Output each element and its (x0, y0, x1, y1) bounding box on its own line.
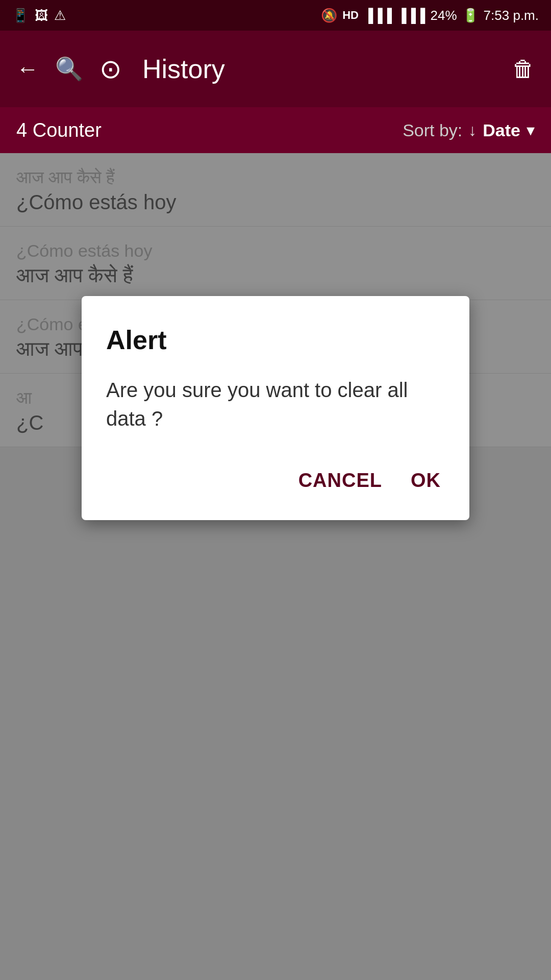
battery-icon: 🔋 (462, 8, 479, 23)
sort-by-control[interactable]: Sort by: ↓ Date ▾ (403, 120, 535, 140)
back-button[interactable]: ← (16, 56, 39, 82)
alert-dialog: Alert Are you sure you want to clear all… (82, 296, 469, 520)
counter-label: 4 Counter (16, 119, 403, 141)
sort-arrow-icon: ↓ (468, 121, 477, 140)
time-display: 7:53 p.m. (484, 8, 539, 23)
sort-dropdown-icon[interactable]: ▾ (527, 120, 535, 140)
dialog-title: Alert (106, 325, 445, 355)
warning-icon: ⚠ (54, 8, 66, 23)
cancel-button[interactable]: CANCEL (294, 461, 386, 500)
page-title: History (142, 54, 496, 84)
dialog-overlay: Alert Are you sure you want to clear all… (0, 153, 551, 447)
list-area: आज आप कैसे हैं ¿Cómo estás hoy ¿Cómo est… (0, 153, 551, 447)
status-bar: 📱 🖼 ⚠ 🔕 HD ▐▐▐ ▐▐▐ 24% 🔋 7:53 p.m. (0, 0, 551, 31)
clock-icon: ⊙ (99, 54, 122, 84)
status-left-icons: 📱 🖼 ⚠ (12, 8, 66, 23)
search-button[interactable]: 🔍 (55, 56, 83, 82)
trash-button[interactable]: 🗑 (512, 56, 535, 82)
whatsapp-icon: 📱 (12, 8, 29, 23)
image-icon: 🖼 (35, 8, 48, 23)
sort-by-label: Sort by: (403, 120, 462, 140)
ok-button[interactable]: OK (407, 461, 445, 500)
mute-icon: 🔕 (321, 8, 337, 23)
app-bar: ← 🔍 ⊙ History 🗑 (0, 31, 551, 107)
signal-icon-2: ▐▐▐ (397, 8, 425, 23)
dialog-buttons: CANCEL OK (106, 461, 445, 500)
hd-badge: HD (342, 9, 359, 22)
battery-percent: 24% (431, 8, 457, 23)
dialog-message: Are you sure you want to clear all data … (106, 376, 445, 433)
sub-bar: 4 Counter Sort by: ↓ Date ▾ (0, 107, 551, 153)
sort-value: Date (483, 120, 520, 140)
status-right-info: 🔕 HD ▐▐▐ ▐▐▐ 24% 🔋 7:53 p.m. (321, 8, 539, 23)
signal-icon-1: ▐▐▐ (364, 8, 392, 23)
